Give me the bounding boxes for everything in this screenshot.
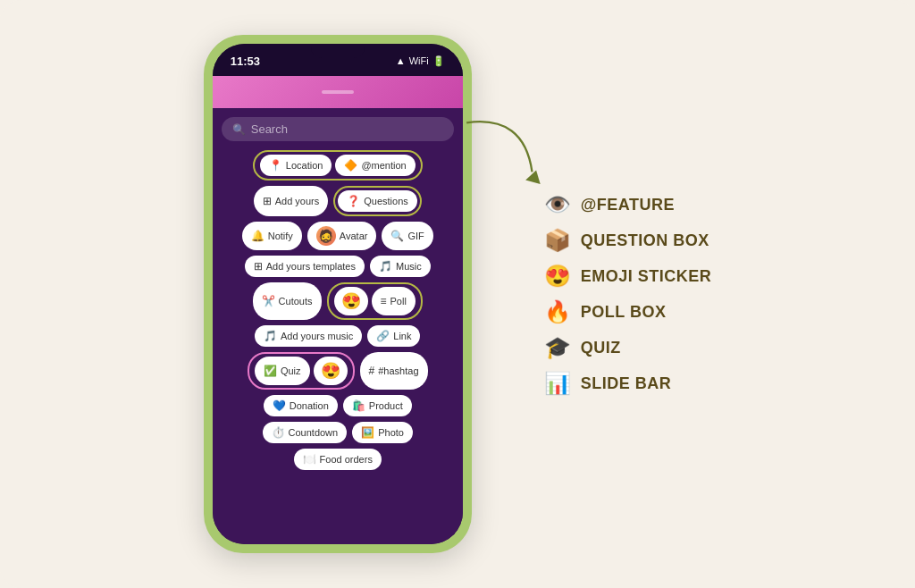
sticker-row-10: 🍽️ Food orders [222, 449, 454, 470]
countdown-btn[interactable]: ⏱️ Countdown [263, 422, 348, 443]
notify-label: Notify [268, 231, 293, 241]
feature-5-label: QUIZ [581, 339, 621, 357]
avatar-image: 🧔 [316, 226, 336, 246]
mention-btn[interactable]: 🔶 @mention [335, 155, 415, 176]
add-yours-btn[interactable]: ⊞ Add yours [254, 186, 329, 216]
hashtag-btn[interactable]: # #hashtag [360, 352, 428, 390]
product-icon: 🛍️ [352, 399, 365, 412]
hashtag-label: #hashtag [378, 365, 418, 376]
feature-6-label: SLIDE BAR [581, 374, 672, 393]
pink-handle-bar [213, 76, 463, 108]
questions-circled: ❓ Questions [333, 186, 422, 216]
quiz-btn[interactable]: ✅ Quiz [255, 357, 310, 385]
photo-btn[interactable]: 🖼️ Photo [352, 422, 413, 443]
donation-btn[interactable]: 💙 Donation [264, 395, 338, 416]
circled-group-1: 📍 Location 🔶 @mention [253, 150, 423, 181]
feature-1-label: @FEATURE [581, 196, 675, 214]
questions-label: Questions [364, 196, 408, 206]
feature-item-4: 🔥 POLL BOX [543, 299, 712, 324]
svg-marker-0 [525, 171, 541, 185]
scene: 11:53 ▲ WiFi 🔋 🔍 S [0, 0, 915, 588]
phone-mockup: 11:53 ▲ WiFi 🔋 🔍 S [204, 35, 472, 553]
templates-icon: ⊞ [254, 260, 263, 273]
feature-item-1: 👁️ @FEATURE [543, 192, 712, 217]
wifi-icon: WiFi [409, 55, 429, 66]
questions-btn[interactable]: ❓ Questions [338, 190, 417, 212]
notch [311, 44, 365, 58]
food-orders-btn[interactable]: 🍽️ Food orders [294, 449, 382, 470]
poll-label: Poll [390, 296, 407, 307]
phone-outer: 11:53 ▲ WiFi 🔋 🔍 S [204, 35, 472, 553]
poll-icon: ≡ [381, 295, 387, 307]
donation-icon: 💙 [273, 399, 286, 412]
feature-item-5: 🎓 QUIZ [543, 335, 712, 360]
avatar-btn[interactable]: 🧔 Avatar [307, 222, 377, 250]
search-icon: 🔍 [232, 123, 246, 136]
search-bar[interactable]: 🔍 Search [222, 117, 454, 141]
phone-time: 11:53 [231, 55, 260, 68]
notify-btn[interactable]: 🔔 Notify [242, 222, 302, 250]
location-label: Location [286, 160, 323, 171]
photo-icon: 🖼️ [361, 426, 374, 439]
sticker-panel: 🔍 Search 📍 Location 🔶 @mentio [213, 108, 463, 544]
product-label: Product [369, 400, 403, 411]
questions-icon: ❓ [347, 195, 360, 207]
feature-2-emoji: 📦 [543, 228, 572, 253]
add-yours-label: Add yours [275, 196, 320, 206]
feature-6-emoji: 📊 [543, 371, 572, 396]
quiz-circled: ✅ Quiz 😍 [248, 352, 355, 390]
feature-4-label: POLL BOX [581, 303, 667, 322]
cutouts-label: Cutouts [279, 296, 313, 307]
sticker-row-3: 🔔 Notify 🧔 Avatar 🔍 GIF [222, 222, 454, 250]
add-yours-icon: ⊞ [263, 195, 272, 207]
add-yours-music-btn[interactable]: 🎵 Add yours music [255, 325, 362, 347]
feature-item-3: 😍 EMOJI STICKER [543, 264, 712, 289]
feature-3-label: EMOJI STICKER [581, 267, 712, 286]
music-btn[interactable]: 🎵 Music [370, 256, 431, 277]
gif-icon: 🔍 [390, 230, 404, 242]
sticker-row-7: ✅ Quiz 😍 # #hashtag [222, 352, 454, 390]
link-label: Link [393, 331, 411, 341]
feature-5-emoji: 🎓 [543, 335, 572, 360]
mention-icon: 🔶 [344, 159, 357, 172]
status-icons: ▲ WiFi 🔋 [396, 55, 445, 67]
poll-btn[interactable]: ≡ Poll [372, 287, 416, 315]
signal-icon: ▲ [396, 55, 406, 66]
drag-handle [322, 90, 354, 94]
food-orders-icon: 🍽️ [303, 453, 316, 466]
emoji-sticker-2-btn[interactable]: 😍 [314, 357, 348, 385]
features-panel: 👁️ @FEATURE 📦 QUESTION BOX 😍 EMOJI STICK… [543, 192, 712, 396]
music-icon: 🎵 [379, 260, 392, 273]
sticker-row-6: 🎵 Add yours music 🔗 Link [222, 325, 454, 347]
sticker-row-5: ✂️ Cutouts 😍 ≡ Poll [222, 282, 454, 320]
search-label: Search [251, 122, 288, 136]
location-btn[interactable]: 📍 Location [260, 155, 332, 176]
notify-icon: 🔔 [251, 230, 264, 242]
link-btn[interactable]: 🔗 Link [367, 325, 420, 347]
donation-label: Donation [290, 400, 329, 411]
food-orders-label: Food orders [320, 454, 373, 465]
avatar-label: Avatar [340, 231, 368, 241]
feature-item-2: 📦 QUESTION BOX [543, 228, 712, 253]
feature-4-emoji: 🔥 [543, 299, 572, 324]
emoji-poll-circled: 😍 ≡ Poll [327, 282, 423, 320]
gif-btn[interactable]: 🔍 GIF [382, 222, 432, 250]
cutouts-icon: ✂️ [262, 295, 275, 307]
status-bar: 11:53 ▲ WiFi 🔋 [213, 44, 463, 76]
sticker-row-4: ⊞ Add yours templates 🎵 Music [222, 256, 454, 277]
emoji-sticker-btn[interactable]: 😍 [334, 287, 368, 315]
countdown-icon: ⏱️ [272, 426, 285, 439]
sticker-row-1: 📍 Location 🔶 @mention [222, 150, 454, 181]
cutouts-btn[interactable]: ✂️ Cutouts [253, 282, 322, 320]
gif-label: GIF [407, 231, 424, 241]
link-icon: 🔗 [376, 330, 390, 342]
battery-icon: 🔋 [432, 55, 445, 67]
add-yours-templates-btn[interactable]: ⊞ Add yours templates [245, 256, 365, 277]
location-icon: 📍 [269, 159, 282, 172]
phone-inner: 11:53 ▲ WiFi 🔋 🔍 S [213, 44, 463, 544]
add-yours-music-label: Add yours music [281, 331, 353, 341]
feature-2-label: QUESTION BOX [581, 231, 709, 250]
music-label: Music [396, 261, 422, 272]
templates-label: Add yours templates [266, 261, 356, 272]
product-btn[interactable]: 🛍️ Product [343, 395, 412, 416]
